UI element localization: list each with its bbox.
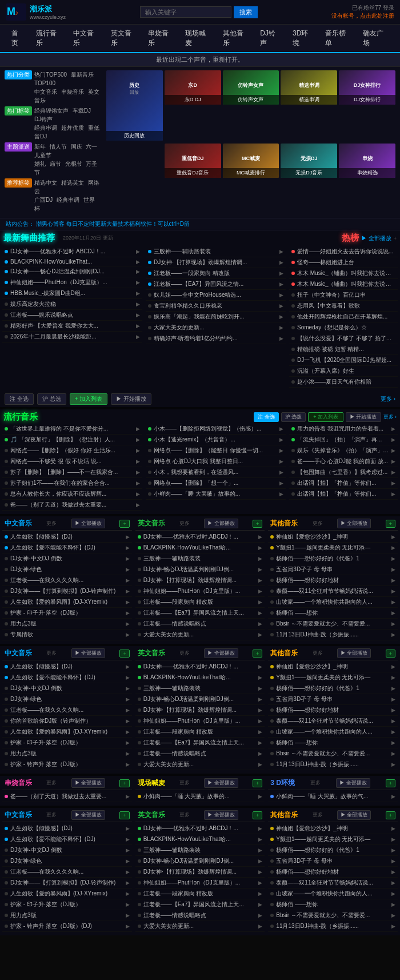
mc-music-more[interactable]: 更多 xyxy=(179,779,190,787)
list-item[interactable]: 杨师佰——想你好好的《代爸》1▶ xyxy=(268,553,398,564)
hot-link[interactable]: 光棍节 xyxy=(65,161,82,167)
list-item[interactable]: Bbsir ～不需要爱就太少、不需要爱...▶ xyxy=(268,910,398,921)
list-item[interactable]: Y颤扭1——越间更柔美的 无比可添—▶ xyxy=(268,672,398,683)
hot-link[interactable]: 国庆 xyxy=(71,144,82,150)
list-item[interactable]: 专属情歌▶ xyxy=(2,630,132,640)
list-item[interactable]: 人生如歌【爱的暴风雨】(DJ-XYremix)▶ xyxy=(2,597,132,608)
nav-mc[interactable]: 现场喊麦 xyxy=(179,25,217,52)
list-item[interactable]: 护家 - 铃声升 落空（DJ版）▶ xyxy=(2,759,132,770)
featured-item-1[interactable]: 历史 回放 历史回放 xyxy=(106,70,163,141)
list-item[interactable]: 江老板——段家舆向 精改版▶ xyxy=(135,889,265,899)
serial-music-more[interactable]: 更多 xyxy=(46,779,57,787)
other-music-more-1[interactable]: 更多 xyxy=(313,520,323,527)
english-music-add-2[interactable]: + xyxy=(253,650,262,658)
hot-link[interactable]: 串烧音乐 xyxy=(61,89,84,95)
list-item[interactable]: 神仙姐【爱愈沙沙沙】_神明▶ xyxy=(268,823,398,834)
list-item[interactable]: 神仙姐姐——PhutHon（DJ克里版）...▶ xyxy=(135,878,265,889)
list-item[interactable]: 江老板——段家舆向 精改版▶ xyxy=(135,727,265,738)
list-item[interactable]: 用力点3版▶ xyxy=(2,619,132,630)
list-item[interactable]: 山坡家——一个堆积快你共跑向的人...▶ xyxy=(268,727,398,738)
list-item[interactable]: 娱乐高定发火拉稳▶ xyxy=(2,299,142,310)
list-item[interactable]: DJ女神-畅心DJ活温柔到刚刚DJ倒...▶ xyxy=(135,856,265,867)
list-item[interactable]: 爸——（别了天道）我做过去太重要...▶ xyxy=(2,500,142,511)
list-item[interactable]: 扭子（中文神奇）百亿口串 xyxy=(289,290,398,301)
list-item[interactable]: DJ女神-中文DJ 倒数▶ xyxy=(2,683,132,694)
list-item[interactable]: 五省局3D孑子 母 母串▶ xyxy=(268,564,398,575)
list-item[interactable]: 大爱大美女的更新...▶ xyxy=(135,921,265,932)
featured-item-3[interactable]: 仿铃声女声 仿铃声女声 xyxy=(223,70,279,105)
hot-link[interactable]: 经典串调 xyxy=(34,125,57,131)
list-item[interactable]: 神仙姐【爱愈沙沙沙】_神明▶ xyxy=(268,662,398,672)
english-music-more-3[interactable]: 更多 xyxy=(179,811,190,819)
list-item[interactable]: 人生如歌【爱不能能不释怀】(DJ)▶ xyxy=(2,672,132,683)
3d-music-more[interactable]: 更多 xyxy=(310,779,321,787)
hot-link[interactable]: 经典串调 xyxy=(57,197,79,203)
featured-item-4[interactable]: 精选串调 精选串调 xyxy=(281,70,337,105)
list-item[interactable]: DJ女神-中文DJ 倒数▶ xyxy=(2,845,132,856)
play-btn[interactable]: ▶ 开始播放 xyxy=(111,393,151,405)
list-item[interactable]: 用力的告着 我诅咒用力的告着着...▶ xyxy=(289,424,398,435)
list-item[interactable]: Y颤扭1——越间更柔美的 无比可添—▶ xyxy=(268,543,398,553)
list-item[interactable]: 人生如歌【爱不能能不释怀】(DJ)▶ xyxy=(2,543,132,553)
list-item[interactable]: 【包围舞曲（七里香）】我考虑过...▶ xyxy=(289,467,398,478)
list-item[interactable]: 苏子【删除】【删除】——不一在我家合...▶ xyxy=(2,467,142,478)
list-item[interactable]: DJ女神·绿色▶ xyxy=(2,856,132,867)
hot-link[interactable]: 超炸优质 xyxy=(61,125,84,131)
list-item[interactable]: 小鲜肉——「睡 大哭腋」故事的...▶ xyxy=(146,489,286,500)
register-link[interactable]: 没有帐号，点击此处注册 xyxy=(331,13,394,19)
list-item[interactable]: 神仙姐姐——PhutHon（DJ克里版）...▶ xyxy=(135,586,265,597)
hot-link[interactable]: 情人节 xyxy=(50,144,67,150)
list-item[interactable]: 护家 - 印子升·落空（DJ版）▶ xyxy=(2,738,132,748)
add-to-queue-btn[interactable]: + 加入列表 xyxy=(70,393,108,405)
list-item[interactable]: HBB.Music_-娱家圆D曲D组...▶ xyxy=(2,288,142,299)
featured-item-2[interactable]: 东D 东D DJ xyxy=(165,70,221,105)
list-item[interactable]: 杨师佰——想你好好地材▶ xyxy=(268,867,398,878)
list-item[interactable]: 精确推磅·被磅 短暂 精精... xyxy=(289,344,398,355)
list-item[interactable]: 态用风【中文毒看】歌歌 xyxy=(289,301,398,312)
hot-link[interactable]: 车载DJ xyxy=(73,107,91,114)
chinese-music-add-2[interactable]: + xyxy=(119,650,129,658)
list-item[interactable]: 护家 - 印子升·落空（DJ版）▶ xyxy=(2,608,132,619)
popular-filter[interactable]: 沪 选拨 xyxy=(281,412,306,422)
list-item[interactable]: 江老板——【Ea7】异国风流之情上天...▶ xyxy=(135,608,265,619)
list-item[interactable]: 护家 - 印子升·落空（DJ版）▶ xyxy=(2,899,132,910)
list-item[interactable]: 爱情——好姐姐火去去告诉你说说说... xyxy=(289,246,398,257)
filter-btn[interactable]: 沪 总选 xyxy=(37,393,66,405)
hot-link[interactable]: 婚礼 xyxy=(34,161,46,167)
list-item[interactable]: DJ女神·【打算现场】劲爆辉煌情调...▶ xyxy=(135,575,265,586)
other-music-more-3[interactable]: 更多 xyxy=(313,811,323,819)
list-item[interactable]: 江老板——一段家舆向 精改版▶ xyxy=(146,268,286,279)
list-item[interactable]: 江老板——情感说唱略点▶ xyxy=(135,910,265,921)
list-item[interactable]: 三般神——辅助路装装▶ xyxy=(135,683,265,694)
list-item[interactable]: 江老板——情感说唱略点▶ xyxy=(135,619,265,630)
list-item[interactable]: 神仙姐【爱愈沙沙沙】_神明▶ xyxy=(268,532,398,543)
list-item[interactable]: DJ女神·绿色▶ xyxy=(2,564,132,575)
list-item[interactable]: 泰颜——双11全狂对节节畅妈妈活说...▶ xyxy=(268,878,398,889)
list-item[interactable]: 总有人教你长大，你应该不应该辉辉...▶ xyxy=(2,489,142,500)
list-item[interactable]: 山坡家——一个堆积快你共跑向的人...▶ xyxy=(268,597,398,608)
list-item[interactable]: DJ女神·【打算现场】劲爆辉煌情调...▶ xyxy=(135,705,265,716)
hot-link[interactable]: 新年 xyxy=(34,144,46,150)
chinese-music-more-1[interactable]: 更多 xyxy=(46,520,57,527)
chinese-music-all-1[interactable]: ▶ 全部播放 xyxy=(71,519,106,528)
list-item[interactable]: 用力点3版▶ xyxy=(2,910,132,921)
list-item[interactable]: DJ女神·绿色▶ xyxy=(2,694,132,705)
nav-serial[interactable]: 串烧音乐 xyxy=(142,25,179,52)
list-item[interactable]: 神仙姐姐——PhutHon（DJ克里版）...▶ xyxy=(135,716,265,727)
list-item[interactable]: 江老板——【EA7】异国风流之情...▶ xyxy=(146,279,286,290)
list-item[interactable]: 大爱大美女的更新...▶ xyxy=(135,759,265,770)
list-item[interactable]: 他处开阔辉煌枪柱自己在开幕辉煌... xyxy=(289,312,398,322)
search-button[interactable]: 搜索 xyxy=(234,6,258,18)
list-item[interactable]: 精彩好声·【大爱普友 我爱你太大...▶ xyxy=(2,321,142,332)
list-item[interactable]: 网络点——【删除】（能整日 你慢慢一切...▶ xyxy=(146,445,286,456)
hot-link[interactable]: 精选中文 xyxy=(34,180,57,186)
featured-item-6[interactable]: 重低音DJ 重低音DJ音乐 xyxy=(165,144,221,178)
list-item[interactable]: 江老板——娱乐说唱略点▶ xyxy=(2,310,142,321)
list-item[interactable]: 三般神——辅助路装装▶ xyxy=(146,246,286,257)
list-item[interactable]: 杨师佰——想你好好地材▶ xyxy=(268,705,398,716)
other-music-more-2[interactable]: 更多 xyxy=(313,650,323,657)
nav-popular[interactable]: 流行音乐 xyxy=(30,25,67,52)
list-item[interactable]: 小鲜肉——「睡 大哭腋」故事的...▶ xyxy=(135,791,265,802)
list-item[interactable]: 小木——【删除拒网络到视觉】（伤感）...▶ xyxy=(146,424,286,435)
list-item[interactable]: 三般神——辅助路装装▶ xyxy=(135,553,265,564)
